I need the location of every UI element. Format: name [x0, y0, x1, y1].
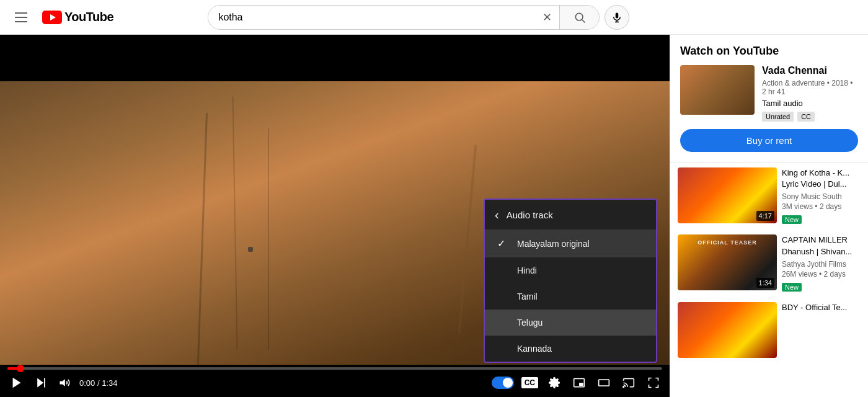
svg-point-2	[575, 13, 583, 20]
duration-badge-2: 1:34	[756, 278, 774, 288]
rec-channel-2: Sathya Jyothi Films	[782, 260, 861, 269]
search-clear-button[interactable]: ✕	[535, 11, 559, 24]
cc-badge: CC	[797, 112, 815, 122]
progress-fill	[7, 367, 20, 370]
audio-track-item-telugu[interactable]: Telugu	[485, 310, 656, 336]
track-name-telugu: Telugu	[517, 318, 542, 328]
volume-button[interactable]	[56, 374, 73, 391]
mic-button[interactable]	[604, 5, 629, 30]
svg-line-3	[582, 19, 585, 22]
search-icon	[574, 11, 586, 24]
audio-track-item-kannada[interactable]: Kannada	[485, 336, 656, 362]
next-icon	[35, 377, 47, 389]
featured-info: Vada Chennai Action & adventure • 2018 •…	[762, 65, 858, 122]
rec-thumb-2: OFFICIAL TEASER 1:34	[678, 234, 777, 290]
rec-video-3[interactable]: BDY - Official Te...	[670, 297, 868, 363]
rec-video-2[interactable]: OFFICIAL TEASER 1:34 CAPTAIN MILLER Dhan…	[670, 230, 868, 297]
fullscreen-button[interactable]	[645, 374, 662, 391]
back-arrow-icon: ‹	[495, 208, 499, 221]
rec-info-1: King of Kotha - K... Lyric Video | Dul..…	[782, 167, 861, 225]
svg-marker-10	[60, 379, 65, 386]
unrated-badge: Unrated	[762, 112, 794, 122]
theater-button[interactable]	[595, 374, 613, 391]
rec-video-1[interactable]: 4:17 King of Kotha - K... Lyric Video | …	[670, 163, 868, 230]
miniplayer-icon	[573, 377, 585, 389]
next-button[interactable]	[32, 374, 50, 391]
hamburger-menu-button[interactable]	[10, 7, 32, 27]
track-name-kannada: Kannada	[517, 344, 552, 354]
audio-track-title: Audio track	[507, 210, 553, 220]
svg-marker-8	[37, 378, 43, 388]
mic-icon	[611, 12, 622, 23]
volume-icon	[58, 377, 71, 389]
audio-track-header[interactable]: ‹ Audio track	[485, 200, 656, 230]
rec-meta-2: 26M views • 2 days	[782, 270, 861, 279]
watch-on-youtube-title: Watch on YouTube	[680, 45, 858, 58]
watch-on-youtube-section: Watch on YouTube Vada Chennai Action & a…	[670, 35, 868, 163]
featured-audio: Tamil audio	[762, 99, 858, 108]
miniplayer-button[interactable]	[570, 374, 588, 391]
track-name-tamil: Tamil	[517, 292, 538, 301]
video-player[interactable]: ‹ Audio track ✓ Malayalam original Hindi…	[0, 35, 670, 397]
svg-marker-7	[13, 378, 21, 388]
featured-meta: Action & adventure • 2018 • 2 hr 41	[762, 79, 858, 96]
settings-button[interactable]	[546, 374, 563, 391]
audio-track-item-hindi[interactable]: Hindi	[485, 257, 656, 283]
autoplay-toggle[interactable]	[492, 377, 514, 389]
search-submit-button[interactable]	[559, 5, 599, 30]
settings-icon	[548, 377, 560, 389]
play-button[interactable]	[7, 373, 26, 392]
theater-icon	[598, 377, 610, 389]
video-controls: 0:00 / 1:34 CC	[0, 365, 670, 397]
new-badge-2: New	[782, 283, 802, 292]
rec-thumb-1: 4:17	[678, 167, 777, 223]
audio-track-item-tamil[interactable]: Tamil	[485, 283, 656, 310]
svg-rect-12	[579, 383, 583, 386]
rec-channel-1: Sony Music South	[782, 192, 861, 201]
controls-right: CC	[492, 374, 662, 391]
new-badge-1: New	[782, 215, 802, 224]
badges: Unrated CC	[762, 112, 858, 122]
svg-rect-4	[616, 12, 619, 18]
rec-info-2: CAPTAIN MILLER Dhanush | Shivan... Sathy…	[782, 234, 861, 292]
youtube-logo-text: YouTube	[64, 10, 113, 24]
search-input[interactable]	[208, 6, 535, 29]
rec-meta-1: 3M views • 2 days	[782, 202, 861, 211]
cast-button[interactable]	[620, 374, 637, 391]
youtube-logo[interactable]: YouTube	[42, 10, 113, 24]
rec-title-3: BDY - Official Te...	[782, 302, 861, 313]
featured-video: Vada Chennai Action & adventure • 2018 •…	[680, 65, 858, 122]
sidebar: Watch on YouTube Vada Chennai Action & a…	[670, 35, 868, 397]
autoplay-knob	[503, 378, 513, 388]
featured-title: Vada Chennai	[762, 65, 858, 76]
controls-row: 0:00 / 1:34 CC	[7, 373, 662, 392]
search-form: ✕	[208, 5, 629, 30]
youtube-logo-icon	[42, 11, 62, 24]
featured-thumbnail	[680, 65, 755, 115]
recommended-list: 4:17 King of Kotha - K... Lyric Video | …	[670, 163, 868, 363]
progress-dot	[17, 365, 24, 372]
buy-or-rent-button[interactable]: Buy or rent	[680, 129, 858, 152]
audio-track-menu: ‹ Audio track ✓ Malayalam original Hindi…	[484, 198, 657, 363]
video-area: ‹ Audio track ✓ Malayalam original Hindi…	[0, 35, 670, 397]
audio-track-item-malayalam[interactable]: ✓ Malayalam original	[485, 230, 656, 257]
cast-icon	[622, 377, 635, 389]
rec-info-3: BDY - Official Te...	[782, 302, 861, 358]
header: YouTube ✕	[0, 0, 868, 35]
svg-rect-13	[599, 380, 609, 386]
rec-title-2: CAPTAIN MILLER Dhanush | Shivan...	[782, 234, 861, 257]
rec-thumb-3	[678, 302, 777, 358]
rec-title-1: King of Kotha - K... Lyric Video | Dul..…	[782, 167, 861, 190]
time-display: 0:00 / 1:34	[79, 378, 117, 388]
progress-bar[interactable]	[7, 367, 662, 370]
duration-badge-1: 4:17	[756, 211, 774, 221]
rec-thumb-2-label: OFFICIAL TEASER	[683, 239, 772, 246]
fullscreen-icon	[647, 377, 660, 389]
check-icon: ✓	[495, 238, 507, 249]
play-icon	[10, 376, 24, 390]
main-content: ‹ Audio track ✓ Malayalam original Hindi…	[0, 35, 868, 397]
track-name-hindi: Hindi	[517, 265, 537, 275]
cc-button[interactable]: CC	[521, 377, 538, 388]
svg-rect-9	[44, 378, 45, 388]
track-name-malayalam: Malayalam original	[517, 239, 590, 249]
